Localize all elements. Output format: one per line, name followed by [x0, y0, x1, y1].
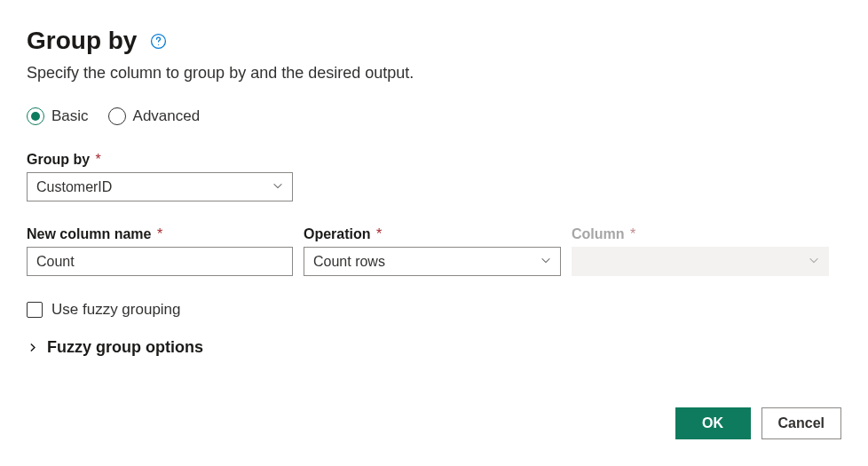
- required-star-icon: *: [627, 226, 636, 241]
- radio-circle-icon: [27, 107, 44, 125]
- radio-advanced[interactable]: Advanced: [108, 107, 201, 125]
- radio-basic-label: Basic: [51, 107, 89, 125]
- required-star-icon: *: [91, 152, 101, 167]
- radio-advanced-label: Advanced: [133, 107, 201, 125]
- fuzzy-options-expander[interactable]: Fuzzy group options: [27, 338, 841, 357]
- operation-label: Operation *: [304, 226, 561, 242]
- new-column-input[interactable]: [27, 247, 293, 276]
- column-label: Column *: [572, 226, 829, 242]
- group-by-label: Group by *: [27, 152, 841, 168]
- operation-value: Count rows: [304, 247, 561, 276]
- required-star-icon: *: [153, 226, 162, 241]
- fuzzy-checkbox-label: Use fuzzy grouping: [51, 301, 181, 319]
- fuzzy-options-label: Fuzzy group options: [47, 338, 203, 357]
- fuzzy-checkbox[interactable]: Use fuzzy grouping: [27, 301, 841, 319]
- cancel-button[interactable]: Cancel: [761, 407, 841, 439]
- new-column-label: New column name *: [27, 226, 293, 242]
- mode-radio-group: Basic Advanced: [27, 107, 841, 125]
- chevron-right-icon: [27, 342, 38, 353]
- column-select: [572, 247, 829, 276]
- checkbox-icon: [27, 302, 43, 318]
- radio-circle-icon: [108, 107, 126, 125]
- help-icon[interactable]: [149, 32, 167, 50]
- group-by-value: CustomerID: [27, 172, 293, 201]
- radio-basic[interactable]: Basic: [27, 107, 89, 125]
- column-value: [572, 247, 829, 276]
- ok-button[interactable]: OK: [675, 407, 751, 439]
- dialog-footer: OK Cancel: [675, 407, 841, 439]
- svg-point-1: [158, 43, 159, 44]
- operation-select[interactable]: Count rows: [304, 247, 561, 276]
- group-by-select[interactable]: CustomerID: [27, 172, 293, 201]
- required-star-icon: *: [373, 226, 383, 241]
- page-subtitle: Specify the column to group by and the d…: [27, 64, 841, 83]
- page-title: Group by: [27, 27, 137, 55]
